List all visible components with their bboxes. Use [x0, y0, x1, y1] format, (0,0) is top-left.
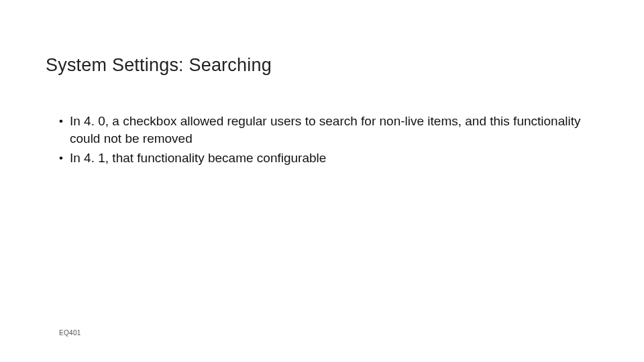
bullet-item: • In 4. 1, that functionality became con… — [59, 149, 590, 167]
bullet-icon: • — [59, 149, 70, 167]
footer-code: EQ401 — [59, 329, 81, 337]
slide-body: • In 4. 0, a checkbox allowed regular us… — [59, 113, 590, 170]
bullet-item: • In 4. 0, a checkbox allowed regular us… — [59, 113, 590, 147]
bullet-text: In 4. 1, that functionality became confi… — [70, 149, 590, 167]
slide: System Settings: Searching • In 4. 0, a … — [0, 0, 644, 362]
bullet-icon: • — [59, 113, 70, 130]
slide-title: System Settings: Searching — [46, 55, 272, 76]
bullet-text: In 4. 0, a checkbox allowed regular user… — [70, 113, 590, 147]
